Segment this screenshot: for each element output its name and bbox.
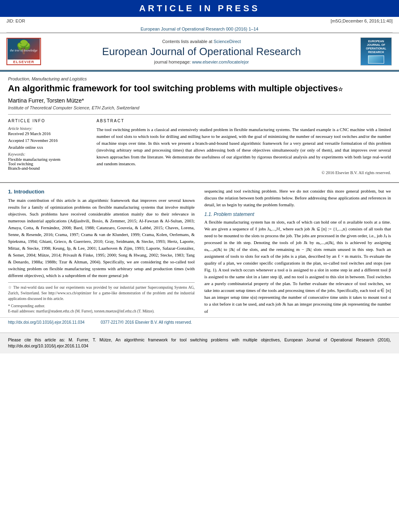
header-center: Contents lists available at ScienceDirec…	[49, 39, 354, 64]
contents-line: Contents lists available at ScienceDirec…	[49, 39, 354, 44]
elsevier-text: ELSEVIER	[7, 60, 40, 64]
right-paragraph1: sequencing and tool switching problem. H…	[204, 188, 391, 208]
article-in-press-banner: ARTICLE IN PRESS	[0, 0, 399, 17]
sciencedirect-link[interactable]: ScienceDirect	[214, 39, 241, 44]
journal-logo-right: EUROPEAN JOURNAL OF OPERATIONAL RESEARCH	[360, 37, 393, 66]
journal-link-bar: European Journal of Operational Research…	[0, 25, 399, 32]
copyright-line: © 2016 Elsevier B.V. All rights reserved…	[97, 170, 391, 175]
footnote1: ☆ The real-world data used for our exper…	[8, 285, 195, 302]
article-info-col: ARTICLE INFO Article history: Received 2…	[8, 119, 88, 175]
introduction-paragraph1: The main contribution of this article is…	[8, 197, 195, 279]
authors: Martina Furrer, Torsten Mütze*	[8, 97, 391, 104]
right-paragraph2: A flexible manufacturing system has m sl…	[204, 219, 391, 315]
footer-bar: Please cite this article as: M. Furrer, …	[0, 333, 399, 354]
elsevier-logo: 🌳 the tree of knowledge ELSEVIER	[6, 38, 43, 65]
article-info-abstract: ARTICLE INFO Article history: Received 2…	[8, 114, 391, 175]
journal-citation[interactable]: European Journal of Operational Research…	[141, 27, 259, 31]
issn-text: 0377-2217/© 2016 Elsevier B.V. All right…	[101, 320, 192, 325]
introduction-heading: 1. Introduction	[8, 189, 195, 195]
ref-label: [m5G;December 6, 2016;11:40]	[331, 18, 393, 23]
journal-title: European Journal of Operational Research	[49, 45, 354, 58]
article-info-title: ARTICLE INFO	[8, 119, 88, 123]
right-column: sequencing and tool switching problem. H…	[204, 188, 391, 317]
journal-url[interactable]: www.elsevier.com/locate/ejor	[192, 60, 249, 64]
top-meta: JID: EOR [m5G;December 6, 2016;11:40]	[0, 17, 399, 25]
footer-text: Please cite this article as: M. Furrer, …	[8, 337, 391, 350]
footnote2: * Corresponding author.	[8, 304, 195, 309]
keywords-label: Keywords:	[8, 152, 88, 156]
accepted-value: Accepted 17 November 2016	[8, 138, 88, 143]
footnote3: E-mail addresses: martfur@student.ethz.c…	[8, 309, 195, 314]
affiliation: Institute of Theoretical Computer Scienc…	[8, 105, 391, 110]
abstract-title: ABSTRACT	[97, 119, 391, 123]
abstract-col: ABSTRACT The tool switching problem is a…	[97, 119, 391, 175]
keyword1: Flexible manufacturing system	[8, 157, 88, 162]
available-value: Available online xxx	[8, 145, 88, 150]
journal-logo-text: EUROPEAN JOURNAL OF OPERATIONAL RESEARCH	[362, 39, 390, 54]
subsection-heading: 1.1. Problem statement	[204, 212, 391, 217]
abstract-text: The tool switching problem is a classica…	[97, 126, 391, 167]
footnote-section: ☆ The real-world data used for our exper…	[8, 282, 195, 314]
journal-header: 🌳 the tree of knowledge ELSEVIER Content…	[0, 33, 399, 70]
journal-homepage: journal homepage: www.elsevier.com/locat…	[49, 60, 354, 64]
article-body: Production, Manufacturing and Logistics …	[0, 72, 399, 182]
jid-label: JID: EOR	[6, 18, 25, 23]
received-value: Received 29 March 2016	[8, 131, 88, 136]
left-column: 1. Introduction The main contribution of…	[8, 188, 195, 317]
main-content: 1. Introduction The main contribution of…	[0, 182, 399, 317]
doi-link[interactable]: http://dx.doi.org/10.1016/j.ejor.2016.11…	[8, 320, 84, 325]
doi-bar: http://dx.doi.org/10.1016/j.ejor.2016.11…	[0, 317, 399, 326]
history-label: Article history:	[8, 126, 88, 131]
keywords-section: Keywords: Flexible manufacturing system …	[8, 152, 88, 170]
keyword2: Tool switching	[8, 162, 88, 166]
keyword3: Branch-and-bound	[8, 166, 88, 170]
star-icon: ☆	[338, 86, 343, 92]
article-title: An algorithmic framework for tool switch…	[8, 83, 391, 94]
section-tag: Production, Manufacturing and Logistics	[8, 76, 391, 81]
